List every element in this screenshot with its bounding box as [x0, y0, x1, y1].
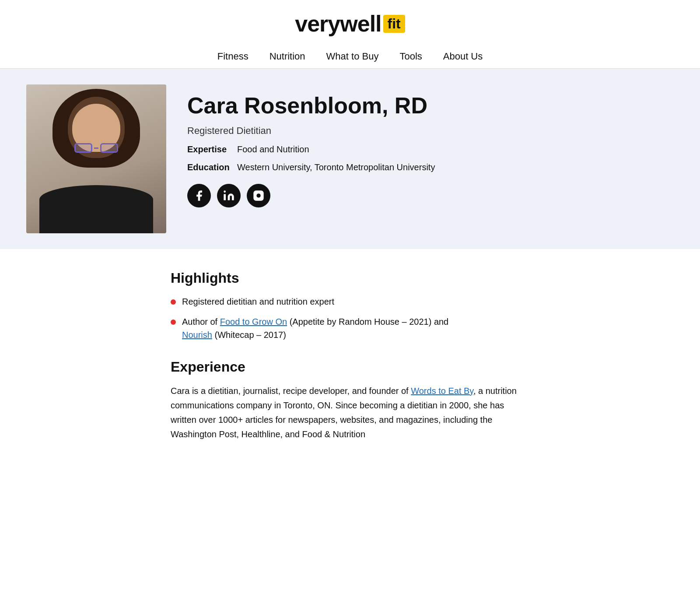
social-icons: [187, 184, 435, 207]
highlights-title: Highlights: [171, 270, 529, 286]
nav-item-fitness[interactable]: Fitness: [217, 51, 248, 62]
main-nav: Fitness Nutrition What to Buy Tools Abou…: [217, 45, 483, 68]
highlight-text-after: (Whitecap – 2017): [212, 330, 286, 340]
education-row: Education Western University, Toronto Me…: [187, 162, 435, 172]
highlights-list: Registered dietitian and nutrition exper…: [171, 295, 529, 341]
svg-point-1: [224, 191, 226, 193]
highlight-item-1: Registered dietitian and nutrition exper…: [171, 295, 529, 308]
words-to-eat-by-link[interactable]: Words to Eat By: [411, 386, 473, 396]
nav-item-about-us[interactable]: About Us: [443, 51, 483, 62]
expertise-label: Expertise: [187, 144, 231, 155]
main-content: Highlights Registered dietitian and nutr…: [153, 249, 547, 463]
header: verywell fit Fitness Nutrition What to B…: [0, 0, 700, 69]
svg-rect-0: [224, 194, 226, 200]
highlight-text-before: Author of: [182, 317, 220, 327]
logo: verywell fit: [295, 11, 405, 37]
nav-item-tools[interactable]: Tools: [399, 51, 422, 62]
highlight-text-1: Registered dietitian and nutrition exper…: [182, 295, 334, 308]
profile-name: Cara Rosenbloom, RD: [187, 93, 435, 118]
logo-text: verywell: [295, 11, 381, 37]
profile-title: Registered Dietitian: [187, 125, 435, 137]
highlight-text-2: Author of Food to Grow On (Appetite by R…: [182, 315, 448, 341]
linkedin-icon[interactable]: [217, 184, 241, 207]
nav-item-what-to-buy[interactable]: What to Buy: [326, 51, 379, 62]
highlight-item-2: Author of Food to Grow On (Appetite by R…: [171, 315, 529, 341]
experience-section: Experience Cara is a dietitian, journali…: [171, 359, 529, 442]
profile-photo: [26, 84, 166, 233]
experience-text-before: Cara is a dietitian, journalist, recipe …: [171, 386, 411, 396]
bullet-icon-1: [171, 299, 176, 305]
expertise-value: Food and Nutrition: [237, 144, 309, 155]
education-label: Education: [187, 162, 231, 172]
profile-banner: Cara Rosenbloom, RD Registered Dietitian…: [0, 69, 700, 249]
instagram-icon[interactable]: [247, 184, 270, 207]
education-value: Western University, Toronto Metropolitan…: [237, 162, 435, 172]
food-to-grow-on-link[interactable]: Food to Grow On: [220, 317, 287, 327]
expertise-row: Expertise Food and Nutrition: [187, 144, 435, 155]
bullet-icon-2: [171, 320, 176, 325]
experience-text: Cara is a dietitian, journalist, recipe …: [171, 384, 529, 442]
highlight-text-middle: (Appetite by Random House – 2021) and: [287, 317, 448, 327]
logo-badge: fit: [383, 15, 405, 33]
profile-info: Cara Rosenbloom, RD Registered Dietitian…: [187, 84, 435, 207]
nourish-link[interactable]: Nourish: [182, 330, 212, 340]
facebook-icon[interactable]: [187, 184, 211, 207]
nav-item-nutrition[interactable]: Nutrition: [270, 51, 305, 62]
highlights-section: Highlights Registered dietitian and nutr…: [171, 270, 529, 341]
experience-title: Experience: [171, 359, 529, 375]
